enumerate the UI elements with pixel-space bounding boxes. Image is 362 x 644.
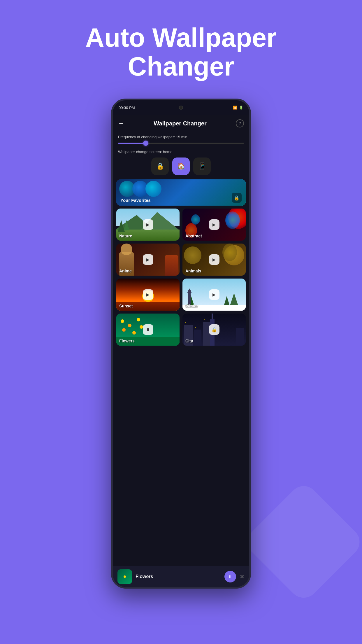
abstract-play-button[interactable]: ▶ xyxy=(209,219,219,230)
page-title: Auto Wallpaper Changer xyxy=(50,23,312,81)
nature-label: Nature xyxy=(119,234,132,238)
frequency-label: Frequency of changing wallpaper: 15 min xyxy=(118,135,244,139)
power-button xyxy=(250,182,251,211)
flowers-pause-button[interactable]: ⏸ xyxy=(143,324,153,335)
status-bar: 09:30 PM 📶 🔋 xyxy=(113,100,249,115)
favorites-banner[interactable]: Your Favorites 🔒 xyxy=(116,179,246,206)
app-screen: ← Wallpaper Changer ? Frequency of chang… xyxy=(113,115,249,587)
minibar-title: Flowers xyxy=(136,574,221,579)
animals-label: Animals xyxy=(185,269,201,273)
category-sunset[interactable]: ▶ Sunset xyxy=(116,279,180,311)
animals-play-button[interactable]: ▶ xyxy=(209,254,219,265)
status-icons: 📶 🔋 xyxy=(233,106,243,110)
sunset-play-button[interactable]: ▶ xyxy=(143,289,153,300)
sunset-label: Sunset xyxy=(119,304,133,308)
frequency-section: Frequency of changing wallpaper: 15 min xyxy=(113,132,249,150)
both-screen-button[interactable]: 📱 xyxy=(193,158,211,175)
app-title-text: Wallpaper Changer xyxy=(124,120,236,127)
anime-play-button[interactable]: ▶ xyxy=(143,254,153,265)
minibar-thumbnail xyxy=(117,569,132,584)
mini-player-bar: Flowers ⏸ ✕ xyxy=(113,566,249,587)
city-lock-icon: 🔒 xyxy=(209,324,219,335)
favorites-lock-icon: 🔒 xyxy=(232,193,242,203)
favorites-decoration xyxy=(119,181,161,197)
wifi-icon: 📶 xyxy=(233,106,237,110)
abstract-label: Abstract xyxy=(185,234,202,238)
category-city[interactable]: 🔒 City xyxy=(182,314,246,346)
winter-label: Winter xyxy=(185,304,198,308)
category-winter[interactable]: ▶ Winter xyxy=(182,279,246,311)
categories-grid: ▶ Nature ▶ Abstract xyxy=(113,209,249,346)
minibar-pause-button[interactable]: ⏸ xyxy=(224,571,236,582)
battery-icon: 🔋 xyxy=(239,106,243,110)
category-flowers[interactable]: ⏸ Flowers xyxy=(116,314,180,346)
help-button[interactable]: ? xyxy=(236,119,244,127)
home-screen-button[interactable]: 🏠 xyxy=(172,158,190,175)
frequency-slider[interactable] xyxy=(118,143,244,144)
screen-label: Wallpaper change screen: home xyxy=(113,150,249,158)
flowers-label: Flowers xyxy=(119,339,135,343)
phone-mockup: 09:30 PM 📶 🔋 ← Wallpaper Changer ? Frequ… xyxy=(111,99,251,594)
camera-notch xyxy=(179,106,183,110)
favorites-label: Your Favorites xyxy=(120,198,151,203)
category-nature[interactable]: ▶ Nature xyxy=(116,209,180,241)
lock-screen-button[interactable]: 🔒 xyxy=(151,158,169,175)
minibar-close-button[interactable]: ✕ xyxy=(240,573,245,580)
winter-play-button[interactable]: ▶ xyxy=(209,289,219,300)
category-animals[interactable]: ▶ Animals xyxy=(182,244,246,276)
app-header: ← Wallpaper Changer ? xyxy=(113,115,249,132)
phone-shell: 09:30 PM 📶 🔋 ← Wallpaper Changer ? Frequ… xyxy=(111,99,251,589)
anime-label: Anime xyxy=(119,269,132,273)
city-label: City xyxy=(185,339,193,343)
slider-fill xyxy=(118,143,146,144)
category-anime[interactable]: ▶ Anime xyxy=(116,244,180,276)
screen-buttons: 🔒 🏠 📱 xyxy=(113,158,249,179)
status-time: 09:30 PM xyxy=(119,106,135,110)
nature-play-button[interactable]: ▶ xyxy=(143,219,153,230)
back-button[interactable]: ← xyxy=(118,120,124,127)
category-abstract[interactable]: ▶ Abstract xyxy=(182,209,246,241)
slider-thumb[interactable] xyxy=(143,141,148,146)
volume-button xyxy=(250,159,251,176)
